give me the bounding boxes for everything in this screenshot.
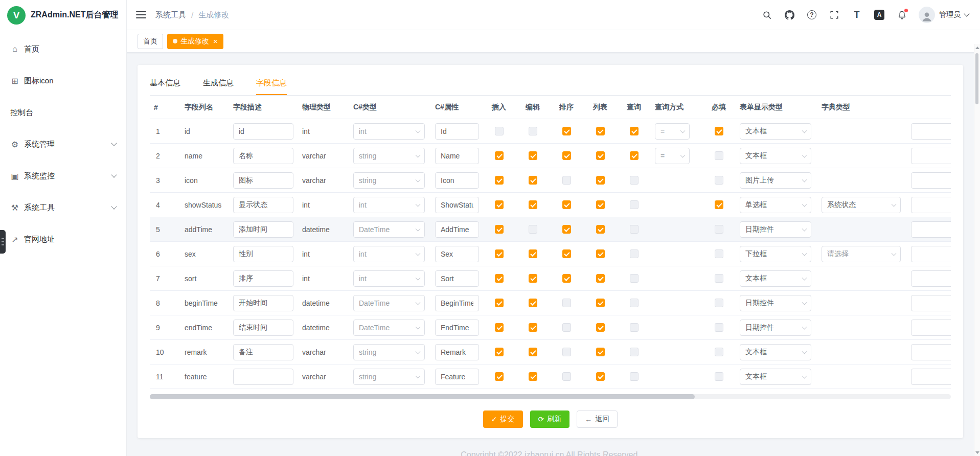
github-icon[interactable] [784,9,795,20]
extra-input[interactable] [911,148,951,164]
insert-checkbox[interactable] [495,200,504,209]
query-checkbox[interactable] [630,200,639,209]
edit-checkbox[interactable] [529,249,537,258]
list-checkbox[interactable] [596,299,605,307]
sort-checkbox[interactable] [562,274,571,283]
required-checkbox[interactable] [715,348,723,356]
field-description-input[interactable] [233,369,293,385]
sidebar-item[interactable]: ⚙ 系统管理 [0,128,126,160]
csharp-type-select[interactable]: DateTime [353,320,425,336]
csharp-property-input[interactable] [435,221,479,238]
font-size-icon[interactable]: T [851,9,862,20]
field-description-input[interactable] [233,123,293,140]
sidebar-item[interactable]: ↗ 官网地址 [0,223,126,255]
sort-checkbox[interactable] [562,151,571,160]
close-icon[interactable]: × [213,37,218,45]
csharp-type-select[interactable]: int [353,197,425,213]
list-checkbox[interactable] [596,176,605,185]
edit-checkbox[interactable] [529,225,537,234]
field-description-input[interactable] [233,197,293,213]
horizontal-scrollbar[interactable] [150,394,951,399]
extra-input[interactable] [911,172,951,189]
insert-checkbox[interactable] [495,225,504,234]
extra-input[interactable] [911,270,951,287]
list-checkbox[interactable] [596,274,605,283]
display-type-select[interactable]: 下拉框 [740,246,811,262]
list-checkbox[interactable] [596,348,605,356]
display-type-select[interactable]: 日期控件 [740,295,811,311]
csharp-type-select[interactable]: int [353,246,425,262]
display-type-select[interactable]: 文本框 [740,344,811,360]
insert-checkbox[interactable] [495,176,504,185]
query-checkbox[interactable] [630,225,639,234]
display-type-select[interactable]: 文本框 [740,148,811,164]
field-description-input[interactable] [233,221,293,238]
list-checkbox[interactable] [596,151,605,160]
translate-icon[interactable]: A [874,9,885,20]
list-checkbox[interactable] [596,249,605,258]
csharp-type-select[interactable]: DateTime [353,295,425,311]
extra-input[interactable] [911,369,951,385]
required-checkbox[interactable] [715,127,723,135]
insert-checkbox[interactable] [495,151,504,160]
required-checkbox[interactable] [715,151,723,160]
field-description-input[interactable] [233,344,293,360]
field-description-input[interactable] [233,246,293,262]
field-description-input[interactable] [233,320,293,336]
csharp-type-select[interactable]: string [353,344,425,360]
display-type-select[interactable]: 图片上传 [740,172,811,189]
extra-input[interactable] [911,246,951,262]
edit-checkbox[interactable] [529,200,537,209]
form-tab[interactable]: 生成信息 [203,72,234,95]
user-menu[interactable]: 管理员 [919,7,969,23]
tab-tag[interactable]: 生成修改 × [167,34,223,49]
vertical-scrollbar[interactable] [974,44,980,456]
scroll-down-arrow[interactable] [974,449,980,456]
form-tab[interactable]: 基本信息 [150,72,180,95]
csharp-type-select[interactable]: string [353,369,425,385]
query-checkbox[interactable] [630,249,639,258]
required-checkbox[interactable] [715,299,723,307]
field-description-input[interactable] [233,148,293,164]
insert-checkbox[interactable] [495,348,504,356]
required-checkbox[interactable] [715,372,723,381]
form-tab[interactable]: 字段信息 [256,72,287,95]
extra-input[interactable] [911,344,951,360]
edit-checkbox[interactable] [529,348,537,356]
insert-checkbox[interactable] [495,127,504,135]
query-type-select[interactable]: = [655,148,690,164]
insert-checkbox[interactable] [495,249,504,258]
extra-input[interactable] [911,320,951,336]
dict-type-select[interactable]: 请选择 [822,246,901,262]
display-type-select[interactable]: 文本框 [740,369,811,385]
list-checkbox[interactable] [596,372,605,381]
extra-input[interactable] [911,295,951,311]
edit-checkbox[interactable] [529,176,537,185]
required-checkbox[interactable] [715,200,723,209]
required-checkbox[interactable] [715,225,723,234]
sort-checkbox[interactable] [562,249,571,258]
extra-input[interactable] [911,221,951,238]
extra-input[interactable] [911,197,951,213]
query-checkbox[interactable] [630,176,639,185]
sort-checkbox[interactable] [562,176,571,185]
required-checkbox[interactable] [715,176,723,185]
submit-button[interactable]: ✓ 提交 [483,411,523,428]
dict-type-select[interactable]: 系统状态 [822,197,901,213]
csharp-property-input[interactable] [435,123,479,140]
query-checkbox[interactable] [630,348,639,356]
collapse-sidebar-icon[interactable] [136,11,146,18]
csharp-type-select[interactable]: string [353,172,425,189]
csharp-property-input[interactable] [435,246,479,262]
csharp-property-input[interactable] [435,295,479,311]
sort-checkbox[interactable] [562,323,571,332]
help-icon[interactable]: ? [806,9,817,20]
sidebar-item[interactable]: ▣ 系统监控 [0,160,126,192]
query-type-select[interactable]: = [655,123,690,140]
edit-checkbox[interactable] [529,299,537,307]
list-checkbox[interactable] [596,225,605,234]
csharp-property-input[interactable] [435,270,479,287]
tab-tag[interactable]: 首页 × [138,34,163,49]
list-checkbox[interactable] [596,127,605,135]
sort-checkbox[interactable] [562,299,571,307]
